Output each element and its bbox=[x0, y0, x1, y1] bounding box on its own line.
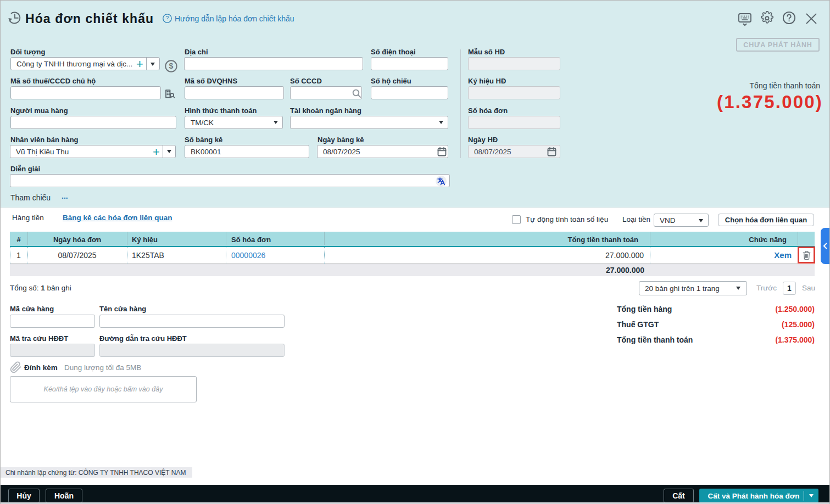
svg-text:$: $ bbox=[169, 61, 174, 70]
svg-text:?: ? bbox=[166, 15, 169, 21]
